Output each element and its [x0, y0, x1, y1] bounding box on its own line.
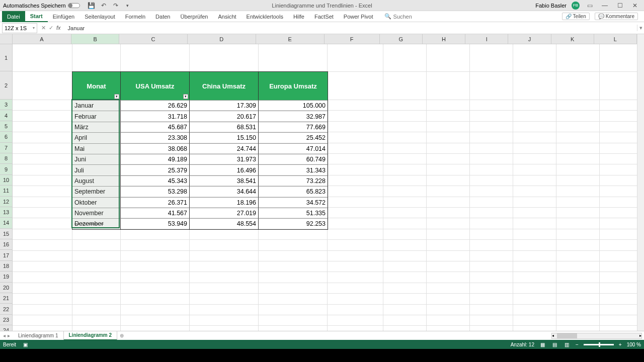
row-header-13[interactable]: 13 [0, 207, 12, 218]
cell[interactable]: Februar [72, 111, 121, 121]
minimize-icon[interactable]: — [600, 2, 610, 9]
col-header-G[interactable]: G [380, 34, 423, 44]
table-header[interactable]: Monat▾ [72, 72, 121, 100]
expand-formula-icon[interactable]: ▾ [637, 25, 644, 31]
row-header-2[interactable]: 2 [0, 71, 12, 100]
table-header[interactable]: USA Umsatz▾ [121, 72, 190, 100]
cell[interactable]: 25.379 [121, 164, 190, 175]
scroll-right-icon[interactable]: ▸ [639, 333, 641, 338]
cell[interactable]: 49.189 [121, 154, 190, 164]
sheet-tab[interactable]: Liniendiagramm 1 [13, 331, 64, 340]
cell[interactable]: 41.567 [121, 208, 190, 218]
row-header-5[interactable]: 5 [0, 121, 12, 132]
vertical-scrollbar[interactable] [637, 34, 644, 331]
cell[interactable]: August [72, 175, 121, 186]
row-header-23[interactable]: 23 [0, 315, 12, 325]
cell[interactable]: 53.298 [121, 186, 190, 197]
cell[interactable]: März [72, 122, 121, 132]
cell[interactable]: 92.253 [259, 218, 328, 229]
row-header-18[interactable]: 18 [0, 261, 12, 272]
cell[interactable]: 77.669 [259, 122, 328, 132]
cell[interactable]: 45.343 [121, 175, 190, 186]
ribbon-display-icon[interactable]: ▭ [585, 2, 595, 9]
sheet-nav-next-icon[interactable]: ▸ [8, 333, 10, 338]
row-header-24[interactable]: 24 [0, 325, 12, 331]
filter-icon[interactable]: ▾ [183, 94, 188, 99]
col-header-K[interactable]: K [551, 34, 594, 44]
cell[interactable]: Mai [72, 143, 121, 154]
enter-icon[interactable]: ✓ [49, 25, 53, 31]
cell[interactable]: 60.749 [259, 154, 328, 164]
cells-area[interactable]: Monat▾USA Umsatz▾China UmsatzEuropa Umsa… [13, 44, 637, 331]
fx-icon[interactable]: fx [56, 25, 61, 31]
row-header-20[interactable]: 20 [0, 283, 12, 293]
cell[interactable]: 31.718 [121, 111, 190, 121]
share-button[interactable]: 🔗 Teilen [562, 13, 590, 20]
undo-icon[interactable]: ↶ [100, 2, 107, 9]
col-header-A[interactable]: A [13, 34, 71, 44]
cell[interactable]: 31.973 [190, 154, 259, 164]
sheet-tab[interactable]: Liniendiagramm 2 [64, 331, 118, 340]
sheet-nav-prev-icon[interactable]: ◂ [3, 333, 6, 338]
tab-ansicht[interactable]: Ansicht [213, 11, 241, 22]
cell[interactable]: 65.823 [259, 186, 328, 197]
filter-icon[interactable]: ▾ [114, 94, 119, 99]
row-header-16[interactable]: 16 [0, 239, 12, 250]
row-header-19[interactable]: 19 [0, 272, 12, 282]
cell[interactable]: Juli [72, 164, 121, 175]
row-header-7[interactable]: 7 [0, 143, 12, 153]
row-header-21[interactable]: 21 [0, 293, 12, 304]
zoom-level[interactable]: 100 % [627, 342, 641, 347]
cell[interactable]: 17.309 [190, 100, 259, 111]
formula-input[interactable]: Januar [65, 25, 637, 31]
cell[interactable]: Januar [72, 100, 121, 111]
cell[interactable]: 38.541 [190, 175, 259, 186]
table-header[interactable]: China Umsatz [190, 72, 259, 100]
cell[interactable]: 27.019 [190, 208, 259, 218]
search-box[interactable]: 🔍 Suchen [384, 13, 412, 20]
tab-factset[interactable]: FactSet [309, 11, 339, 22]
cell[interactable]: September [72, 186, 121, 197]
spreadsheet-grid[interactable]: ABCDEFGHIJKL 123456789101112131415161718… [0, 34, 644, 331]
cell[interactable]: 53.949 [121, 218, 190, 229]
chevron-down-icon[interactable]: ▾ [33, 26, 35, 30]
cell[interactable]: 25.452 [259, 132, 328, 143]
tab-start[interactable]: Start [25, 11, 48, 22]
cell[interactable]: 23.308 [121, 132, 190, 143]
cell[interactable]: 47.014 [259, 143, 328, 154]
add-sheet-button[interactable]: ⊕ [117, 333, 126, 338]
redo-icon[interactable]: ↷ [112, 2, 119, 9]
row-header-15[interactable]: 15 [0, 229, 12, 239]
scroll-left-icon[interactable]: ◂ [552, 333, 554, 338]
col-header-H[interactable]: H [423, 34, 465, 44]
cell[interactable]: 34.572 [259, 197, 328, 208]
cell[interactable]: 31.343 [259, 164, 328, 175]
page-layout-icon[interactable]: ▤ [551, 341, 558, 348]
zoom-slider[interactable] [584, 344, 614, 345]
row-header-17[interactable]: 17 [0, 250, 12, 260]
row-header-8[interactable]: 8 [0, 153, 12, 164]
maximize-icon[interactable]: ☐ [615, 2, 625, 9]
row-header-1[interactable]: 1 [0, 44, 12, 71]
tab-hilfe[interactable]: Hilfe [288, 11, 309, 22]
cell[interactable]: Dezember [72, 218, 121, 229]
cell[interactable]: 16.496 [190, 164, 259, 175]
cell[interactable]: 24.744 [190, 143, 259, 154]
scroll-thumb[interactable] [557, 333, 577, 338]
cell[interactable]: 26.629 [121, 100, 190, 111]
tab-einfügen[interactable]: Einfügen [48, 11, 79, 22]
save-icon[interactable]: 💾 [88, 2, 95, 9]
row-header-12[interactable]: 12 [0, 197, 12, 207]
col-header-D[interactable]: D [188, 34, 256, 44]
record-macro-icon[interactable]: ▣ [23, 342, 28, 347]
comments-button[interactable]: 💬 Kommentare [595, 13, 638, 20]
row-header-22[interactable]: 22 [0, 304, 12, 314]
cell[interactable]: April [72, 132, 121, 143]
autosave-toggle[interactable]: Automatisches Speichern [0, 3, 83, 9]
toggle-icon[interactable] [68, 3, 80, 8]
cell[interactable]: 32.987 [259, 111, 328, 121]
cell[interactable]: 68.531 [190, 122, 259, 132]
col-header-J[interactable]: J [508, 34, 551, 44]
select-all-corner[interactable] [0, 34, 13, 44]
cell[interactable]: 15.150 [190, 132, 259, 143]
